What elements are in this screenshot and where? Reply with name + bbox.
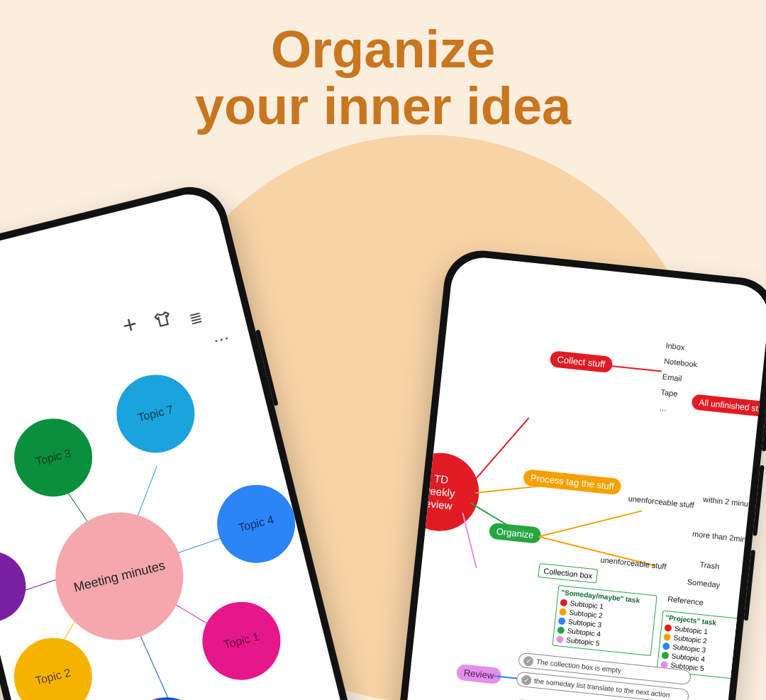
mindmap-node-topic1[interactable]: Topic 1 bbox=[194, 594, 289, 688]
bullet-icon bbox=[560, 599, 567, 606]
connector bbox=[462, 513, 477, 568]
connector bbox=[472, 417, 529, 482]
mindmap-node-topic7[interactable]: Topic 7 bbox=[109, 367, 203, 461]
node-label: Topic 3 bbox=[34, 447, 72, 468]
root-label: TD veekly eview bbox=[423, 472, 457, 513]
center-label: Meeting minutes bbox=[72, 557, 167, 594]
task-someday[interactable]: "Someday/maybe" task Subtopic 1 Subtopic… bbox=[552, 585, 657, 656]
phone-screen: TD veekly eview Collect stuff Inbox Note… bbox=[384, 255, 766, 700]
bullet-icon bbox=[559, 608, 567, 616]
branch-organize[interactable]: Organize bbox=[489, 522, 542, 543]
connector bbox=[475, 486, 539, 494]
node-label: Topic 7 bbox=[137, 404, 175, 425]
leaf-reference[interactable]: Reference bbox=[667, 594, 704, 606]
mindmap-node-topic2[interactable]: Topic 2 bbox=[6, 630, 100, 700]
phone-side-button bbox=[762, 409, 766, 451]
leaf-notebook[interactable]: Notebook bbox=[664, 357, 698, 369]
connector bbox=[538, 510, 642, 537]
node-label: Topic 4 bbox=[237, 513, 275, 535]
leaf-unenforceable-2[interactable]: unenforceable stuff bbox=[600, 555, 667, 571]
bullet-icon bbox=[665, 623, 672, 631]
branch-collect[interactable]: Collect stuff bbox=[550, 350, 614, 373]
mindmap-center-node[interactable]: Meeting minutes bbox=[42, 499, 196, 653]
box-collection[interactable]: Collection box bbox=[538, 563, 598, 584]
leaf-email[interactable]: Email bbox=[662, 372, 682, 383]
bullet-icon bbox=[557, 626, 565, 634]
bullet-icon bbox=[663, 633, 671, 640]
leaf-someday[interactable]: Someday bbox=[687, 577, 720, 589]
task-row: Subtopic 5 bbox=[566, 636, 600, 648]
branch-review[interactable]: Review bbox=[456, 664, 502, 684]
branch-all-unfinished[interactable]: All unfinished stuff bbox=[691, 394, 766, 418]
bullet-icon bbox=[662, 642, 670, 650]
headline-line1: Organize bbox=[271, 20, 496, 79]
headline: Organize your inner idea bbox=[0, 21, 766, 135]
branch-process[interactable]: Process tag the stuff bbox=[523, 469, 622, 495]
leaf-unenforceable-1[interactable]: unenforceable stuff bbox=[628, 494, 694, 510]
promo-stage: Organize your inner idea ‹ ↶ + ≣ ⋮ bbox=[0, 0, 766, 700]
leaf-tape[interactable]: Tape bbox=[660, 388, 678, 398]
leaf-within2min[interactable]: within 2 minutes bbox=[703, 495, 760, 509]
bullet-icon bbox=[661, 651, 669, 659]
phone-side-button bbox=[744, 550, 755, 621]
node-label: Topic 2 bbox=[34, 667, 72, 688]
bullet-icon bbox=[556, 635, 564, 643]
node-label: Topic 1 bbox=[223, 630, 261, 652]
bullet-icon bbox=[558, 617, 566, 625]
gtd-tree-canvas[interactable]: TD veekly eview Collect stuff Inbox Note… bbox=[384, 255, 766, 700]
leaf-inbox[interactable]: Inbox bbox=[665, 341, 685, 352]
leaf-trash[interactable]: Trash bbox=[699, 560, 720, 571]
leaf-more[interactable]: … bbox=[659, 403, 667, 412]
mindmap-node-topic6[interactable]: c 6 bbox=[0, 543, 33, 629]
mindmap-node-topic4[interactable]: Topic 4 bbox=[209, 477, 303, 571]
mindmap-node-topic3[interactable]: Topic 3 bbox=[6, 410, 100, 504]
leaf-more2min[interactable]: more than 2minutes bbox=[692, 529, 761, 545]
headline-line2: your inner idea bbox=[195, 77, 571, 135]
phone-side-button bbox=[753, 465, 764, 536]
connector bbox=[612, 365, 662, 372]
